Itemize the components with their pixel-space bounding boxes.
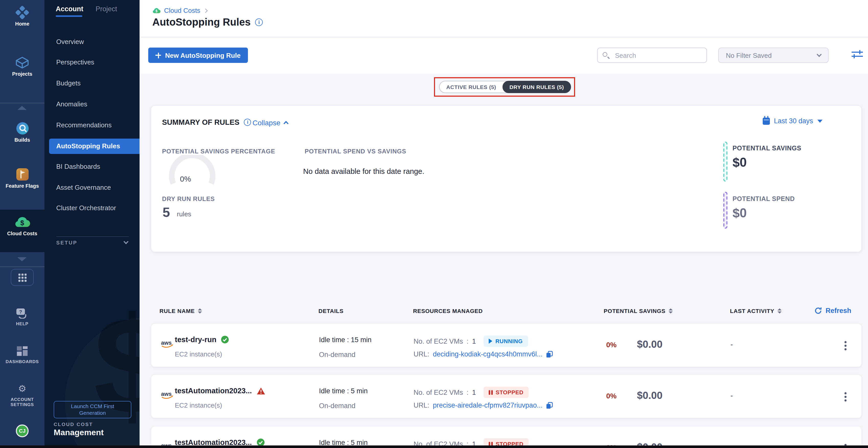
col-rule-name[interactable]: RULE NAME	[159, 308, 202, 314]
table-row[interactable]: aws testAutomation2023... Idle time : 5 …	[151, 426, 862, 448]
rule-vms: No. of EC2 VMs : 1 RUNNING	[413, 335, 528, 347]
col-last-activity[interactable]: LAST ACTIVITY	[730, 308, 781, 314]
dry-run-rules-label: DRY RUN RULES	[162, 196, 215, 203]
rules-toggle: ACTIVE RULES (5) DRY RUN RULES (5)	[439, 81, 571, 93]
rule-name[interactable]: test-dry-run	[175, 335, 216, 344]
search-input[interactable]	[614, 48, 704, 62]
cloud-costs-icon: $	[0, 215, 44, 229]
copy-icon[interactable]	[546, 402, 553, 409]
sidebar-item-dashboards[interactable]: DASHBOARDS	[0, 344, 44, 365]
refresh-button[interactable]: Refresh	[814, 307, 851, 315]
col-details: DETAILS	[318, 308, 343, 314]
avatar[interactable]: CJ	[16, 424, 29, 437]
sidebar-item-autostopping-rules[interactable]: AutoStopping Rules	[49, 139, 140, 154]
info-icon[interactable]: i	[244, 119, 251, 126]
feature-flags-icon	[0, 167, 44, 182]
potential-spend-value: $0	[733, 206, 747, 220]
filter-sliders-icon[interactable]	[851, 50, 863, 59]
new-autostopping-rule-button[interactable]: New AutoStopping Rule	[148, 48, 248, 63]
rule-url-row: URL: precise-airedale-cfpmv827riuvpao...	[413, 401, 553, 409]
new-rule-label: New AutoStopping Rule	[165, 51, 241, 59]
collapse-down-icon[interactable]	[18, 257, 27, 261]
copy-icon[interactable]	[546, 351, 553, 358]
collapse-link[interactable]: Collapse	[252, 119, 288, 127]
url-link[interactable]: deciding-kodiak-cg4qcs4h0mmv6l...	[433, 350, 542, 358]
status-badge: STOPPED	[484, 387, 529, 398]
potential-spend-label: POTENTIAL SPEND	[733, 196, 795, 203]
rail-label: Projects	[0, 71, 44, 77]
sort-icon[interactable]	[669, 308, 673, 313]
aws-icon: aws	[160, 390, 174, 402]
aws-icon: aws	[160, 339, 174, 351]
sidebar-item-feature-flags[interactable]: Feature Flags	[0, 167, 44, 189]
col-label: RESOURCES MANAGED	[413, 308, 483, 314]
module-title: Management	[54, 428, 104, 437]
savings-percent: 0%	[600, 392, 623, 400]
sidebar-item-cluster-orchestrator[interactable]: Cluster Orchestrator	[44, 201, 140, 216]
vms-count: 1	[472, 388, 476, 396]
main-content: $ Cloud Costs AutoStopping Rules i New A…	[140, 0, 868, 448]
saved-filter-dropdown[interactable]: No Filter Saved	[718, 48, 829, 63]
rule-name[interactable]: testAutomation2023...	[175, 387, 252, 395]
dry-run-count: 5	[162, 205, 170, 220]
summary-title-text: SUMMARY OF RULES	[162, 118, 240, 126]
row-menu-button[interactable]	[842, 339, 848, 352]
table-row[interactable]: aws test-dry-run EC2 instance(s) Idle ti…	[151, 323, 862, 367]
breadcrumb-link[interactable]: Cloud Costs	[164, 7, 200, 14]
rule-vms: No. of EC2 VMs : 1 STOPPED	[413, 387, 529, 398]
rail-label: Cloud Costs	[0, 231, 44, 237]
table-row[interactable]: aws testAutomation2023... EC2 instance(s…	[151, 375, 862, 418]
sidebar-item-asset-governance[interactable]: Asset Governance	[44, 180, 140, 196]
sidebar-item-cloud-costs[interactable]: $ Cloud Costs	[0, 215, 44, 237]
vms-separator: :	[467, 337, 469, 345]
potential-savings-label: POTENTIAL SAVINGS	[733, 145, 801, 152]
tab-account[interactable]: Account	[56, 5, 83, 13]
plus-icon	[155, 53, 161, 58]
date-range-picker[interactable]: Last 30 days	[763, 117, 822, 125]
row-menu-button[interactable]	[842, 390, 848, 403]
sort-icon[interactable]	[777, 308, 781, 313]
rule-resource-type: EC2 instance(s)	[175, 350, 222, 358]
sidebar-item-overview[interactable]: Overview	[44, 34, 140, 50]
sidebar-item-perspectives[interactable]: Perspectives	[44, 55, 140, 70]
builds-icon	[0, 121, 44, 136]
tab-project[interactable]: Project	[96, 5, 117, 13]
grid-icon	[18, 273, 26, 281]
info-icon[interactable]: i	[255, 19, 263, 26]
chevron-down-icon	[123, 239, 129, 244]
sidebar-item-account-settings[interactable]: ⚙ ACCOUNT SETTINGS	[0, 382, 44, 407]
window-bottom-edge	[0, 445, 868, 448]
col-label: LAST ACTIVITY	[730, 308, 774, 314]
refresh-icon	[814, 307, 822, 315]
dashboards-tiles-icon	[0, 344, 44, 358]
sidebar-item-budgets[interactable]: Budgets	[44, 76, 140, 91]
rail-label: Builds	[0, 137, 44, 143]
toggle-active-rules[interactable]: ACTIVE RULES (5)	[440, 81, 503, 93]
sidebar-item-bi-dashboards[interactable]: BI Dashboards	[44, 159, 140, 174]
url-link[interactable]: precise-airedale-cfpmv827riuvpao...	[433, 401, 542, 409]
rail-divider	[0, 103, 44, 103]
module-rail: Home Projects Builds Feature Flags $	[0, 0, 44, 448]
search-box	[597, 48, 707, 63]
sidebar-item-builds[interactable]: Builds	[0, 121, 44, 143]
sort-icon[interactable]	[198, 308, 202, 313]
summary-card: SUMMARY OF RULES i Collapse Last 30 days…	[151, 106, 862, 252]
module-selector-button[interactable]	[11, 269, 34, 286]
caret-down-icon	[817, 119, 822, 122]
sidebar-item-anomalies[interactable]: Anomalies	[44, 97, 140, 112]
filter-value: No Filter Saved	[726, 51, 772, 59]
toggle-dry-run-rules[interactable]: DRY RUN RULES (5)	[502, 81, 571, 93]
sidebar-item-recommendations[interactable]: Recommendations	[44, 118, 140, 133]
savings-percent: 0%	[600, 340, 623, 349]
launch-ccm-first-gen-button[interactable]: Launch CCM First Generation	[54, 401, 131, 419]
last-activity: -	[731, 391, 733, 399]
collapse-up-icon[interactable]	[18, 106, 27, 110]
sidebar-item-home[interactable]: Home	[0, 5, 44, 27]
sidebar-item-projects[interactable]: Projects	[0, 55, 44, 77]
app-window: Home Projects Builds Feature Flags $	[0, 0, 868, 448]
sidebar-item-setup[interactable]: SETUP	[56, 240, 128, 245]
healthy-check-icon	[221, 335, 229, 344]
col-potential-savings[interactable]: POTENTIAL SAVINGS	[604, 308, 673, 314]
sidebar-item-help[interactable]: ? HELP	[0, 306, 44, 327]
module-eyebrow: CLOUD COST	[54, 421, 93, 427]
